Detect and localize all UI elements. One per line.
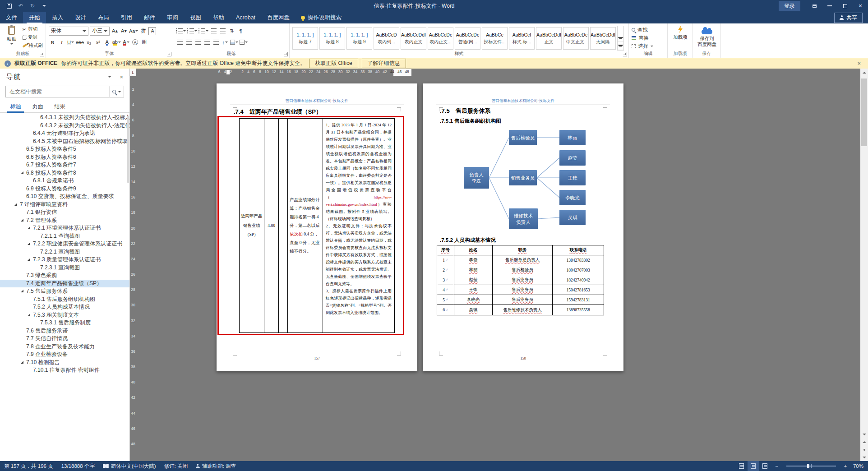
zoom-out-icon[interactable]: − — [771, 461, 783, 471]
expand-triangle-icon[interactable] — [28, 242, 30, 245]
expand-triangle-icon[interactable] — [21, 171, 23, 174]
enclose-characters-icon[interactable]: 囲 — [140, 38, 148, 46]
styles-dialog-launcher-icon[interactable] — [623, 52, 627, 56]
navigation-close-icon[interactable]: × — [120, 74, 123, 80]
expand-triangle-icon[interactable] — [28, 314, 30, 316]
ribbon-tab[interactable]: 帮助 — [207, 12, 230, 23]
ribbon-tab[interactable]: 百度网盘 — [261, 12, 295, 23]
outline-item[interactable]: 7.4 近两年产品销售业绩（SP） — [0, 280, 129, 288]
outline-item[interactable]: 7.5 售后服务体系 — [0, 287, 129, 296]
document-scrollbar[interactable] — [860, 69, 868, 461]
get-genuine-office-button[interactable]: 获取正版 Office — [309, 59, 358, 68]
ribbon-tab[interactable]: 布局 — [92, 12, 115, 23]
outline-item[interactable]: 7.2 管理体系 — [0, 217, 129, 225]
character-border-icon[interactable]: A — [148, 27, 156, 35]
expand-triangle-icon[interactable] — [28, 226, 30, 229]
outline-item[interactable]: 6.7 投标人资格条件7 — [0, 161, 129, 169]
outline-item[interactable]: 6.6 投标人资格条件6 — [0, 153, 129, 162]
warning-close-icon[interactable]: × — [854, 60, 863, 67]
ribbon-tab[interactable]: 审阅 — [161, 12, 184, 23]
style-item[interactable]: AaBbCc 投标文件... — [482, 27, 508, 50]
outline-item[interactable]: 7 详细评审响应资料 — [0, 201, 129, 209]
outline-item[interactable]: 6.4.5 未被中国石油招标投标网暂停或取... — [0, 138, 129, 146]
search-options-chevron-icon[interactable] — [118, 91, 121, 92]
align-center-icon[interactable] — [185, 38, 193, 46]
navigation-options-chevron-icon[interactable] — [108, 76, 111, 78]
outline-item[interactable]: 6.8 投标人资格条件8 — [0, 169, 129, 177]
strikethrough-icon[interactable]: abc — [76, 38, 84, 46]
vertical-ruler[interactable]: 2468101214161820222426283032343638404244… — [130, 76, 136, 461]
ribbon-tab[interactable]: 设计 — [69, 12, 92, 23]
expand-triangle-icon[interactable] — [21, 290, 23, 292]
select-button[interactable]: 选择 — [632, 42, 665, 50]
ribbon-tab[interactable]: 邮件 — [138, 12, 161, 23]
increase-indent-icon[interactable] — [219, 27, 226, 35]
bold-icon[interactable]: B — [49, 38, 56, 46]
shading-icon[interactable] — [230, 38, 238, 46]
accessibility-status[interactable]: 辅助功能: 调查 — [192, 461, 240, 471]
share-button[interactable]: 共享 — [834, 13, 863, 23]
gallery-scroll-down-icon[interactable] — [618, 34, 623, 42]
numbered-list-icon[interactable] — [187, 27, 197, 35]
navigation-scrollbar[interactable] — [127, 115, 129, 183]
login-button[interactable]: 登录 — [779, 1, 800, 11]
show-formatting-marks-icon[interactable]: ¶ — [237, 27, 245, 35]
ribbon-tab[interactable]: 开始 — [23, 12, 46, 23]
character-shading-icon[interactable]: A — [131, 38, 139, 46]
zoom-in-icon[interactable]: + — [840, 461, 851, 471]
tell-me-search[interactable]: 操作说明搜索 — [295, 12, 347, 23]
scroll-down-icon[interactable] — [860, 430, 868, 438]
outline-item[interactable]: 7.3 绿色采购 — [0, 272, 129, 280]
style-item[interactable]: 1. 1. 1. ] 标题 9 — [346, 27, 372, 50]
word-count[interactable]: 13/18888 个字 — [57, 461, 99, 471]
page-indicator[interactable]: 第 157 页，共 196 页 — [0, 461, 57, 471]
navigation-tab[interactable]: 页面 — [28, 101, 48, 112]
scrollbar-thumb[interactable] — [861, 78, 867, 146]
close-button[interactable]: × — [853, 0, 868, 12]
align-left-icon[interactable] — [176, 38, 184, 46]
outline-item[interactable]: 7.2.2.1 查询截图 — [0, 248, 129, 256]
cut-button[interactable]: ✂剪切 — [23, 26, 43, 33]
font-color-icon[interactable]: A — [122, 38, 130, 46]
outline-item[interactable]: 7.6 售后服务承诺 — [0, 327, 129, 335]
document-page-157[interactable]: 营口信泰石油技术有限公司-投标文件 .7.4 近两年产品销售业绩（SP） 近两年… — [217, 83, 417, 371]
outline-item[interactable]: 6.8.1 合规承诺书 — [0, 177, 129, 185]
save-to-netdisk-button[interactable]: 保存到 百度网盘 — [696, 26, 718, 52]
learn-more-button[interactable]: 了解详细信息 — [362, 59, 406, 68]
outline-item[interactable]: 6.4.4 无行贿犯罪行为承诺 — [0, 129, 129, 138]
distribute-icon[interactable] — [212, 38, 220, 46]
next-page-icon[interactable] — [860, 453, 868, 461]
ribbon-tab[interactable]: 引用 — [115, 12, 138, 23]
text-effects-icon[interactable]: A — [103, 38, 111, 46]
undo-icon[interactable]: ↶ — [15, 1, 26, 11]
ribbon-display-options-icon[interactable] — [807, 0, 822, 12]
gallery-scroll-up-icon[interactable] — [618, 26, 623, 34]
outline-item[interactable]: 6.4.3.2 未被列为失信被执行人-法定代... — [0, 122, 129, 130]
shrink-font-icon[interactable]: A▾ — [120, 27, 128, 35]
underline-icon[interactable]: U — [67, 38, 74, 46]
print-layout-view-icon[interactable] — [748, 461, 759, 471]
outline-item[interactable]: 7.1 银行资信 — [0, 208, 129, 217]
search-input[interactable] — [6, 88, 109, 95]
zoom-level[interactable]: 70% — [851, 463, 868, 469]
expand-triangle-icon[interactable] — [28, 258, 30, 261]
ribbon-tab[interactable]: 插入 — [46, 12, 69, 23]
maximize-button[interactable] — [837, 0, 853, 12]
web-layout-view-icon[interactable] — [759, 461, 771, 471]
paragraph-dialog-launcher-icon[interactable] — [284, 52, 288, 56]
style-item[interactable]: AaBbCcDdI 无间隔 — [590, 27, 616, 50]
outline-item[interactable]: 7.10 检测报告 — [0, 359, 129, 367]
style-item[interactable]: AaBbCcDdI 表内正文 — [401, 27, 426, 50]
redo-icon[interactable]: ↻ — [27, 1, 38, 11]
customize-quick-access-icon[interactable] — [39, 1, 50, 11]
outline-item[interactable]: 7.5.1 售后服务组织机构图 — [0, 296, 129, 304]
style-item[interactable]: AaBbCcI 样式 标... — [509, 27, 535, 50]
style-item[interactable]: AaBbCcD 表内列... — [374, 27, 399, 50]
outline-item[interactable]: 7.7 失信自律情况 — [0, 335, 129, 343]
font-family-select[interactable]: 宋体 — [49, 27, 88, 36]
outline-item[interactable]: 7.5.3 相关制度文本 — [0, 311, 129, 319]
gallery-more-icon[interactable] — [618, 42, 623, 50]
highlight-color-icon[interactable]: ab — [112, 38, 121, 46]
grow-font-icon[interactable]: A▴ — [111, 27, 119, 35]
style-item[interactable]: 1. 1. 1. ] 标题 7 — [292, 27, 318, 50]
